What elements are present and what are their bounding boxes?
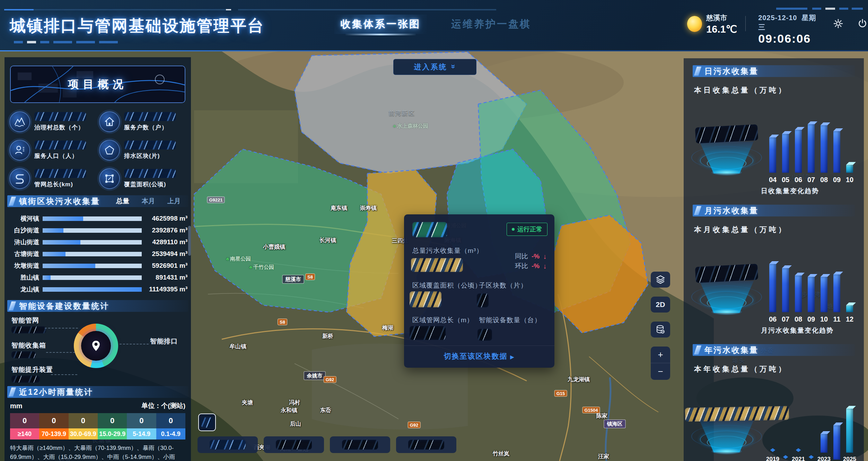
chart-column: 10: [818, 255, 830, 323]
chart-column: [831, 402, 843, 461]
enter-system-button[interactable]: 进入系统 »: [393, 59, 476, 75]
row-bar: [43, 216, 142, 221]
map-controls: 2D + −: [651, 272, 670, 380]
header-bottom-border: [0, 50, 868, 51]
rain-range: 15.0-29.9: [98, 428, 127, 439]
right-panel: 日污水收集量 本日收集总量（万吨） 04 05 06 07 08 09 10 日…: [684, 58, 864, 461]
monthly-bar-chart: 06 07 08 09 10 11 12: [763, 255, 858, 323]
sewage-section-header: 镇街区块污水收集量 总量 本月 上月: [7, 195, 188, 207]
pentagon-icon: [99, 140, 120, 161]
redacted-value: [34, 112, 86, 121]
pool-visualization: [690, 113, 763, 184]
switch-to-block-link[interactable]: 切换至该区块数据▶: [404, 351, 554, 361]
map-label-town: 汪家: [598, 453, 609, 460]
row-bar: [43, 287, 142, 292]
legend-thumbnails: [198, 436, 456, 453]
device-label: 智能收集箱: [11, 341, 46, 350]
map-label-city: 慈溪市: [282, 275, 304, 284]
legend-thumbnail-selected[interactable]: [198, 413, 216, 431]
tab-total[interactable]: 总量: [114, 196, 131, 206]
map-label-town: 牟山镇: [230, 343, 246, 350]
header-deco-dashes: [776, 8, 863, 10]
zoom-out-button[interactable]: −: [651, 363, 670, 380]
stat-villages: 治理村总数（个）: [9, 111, 96, 133]
redacted-region-title: [412, 222, 447, 237]
chart-column: 2019: [767, 395, 779, 461]
daily-content: 04 05 06 07 08 09 10: [690, 96, 858, 184]
tab-last-month[interactable]: 上月: [165, 196, 183, 206]
popup-devices-label: 智能设备数量（台）: [479, 316, 541, 325]
map-label-town: 新桥: [322, 333, 333, 340]
section-title: 智能设备建设数量统计: [19, 301, 109, 311]
map-mode-button[interactable]: 2D: [651, 297, 670, 313]
chart-column: 2025: [844, 395, 856, 461]
tab-maintenance[interactable]: 运维养护一盘棋: [445, 15, 537, 34]
map-label-town: 崇寿镇: [360, 205, 377, 212]
data-layers-button[interactable]: [651, 322, 670, 338]
stat-label: 治理村总数（个）: [34, 123, 86, 131]
popup-total-label: 总量污水收集量（m³）: [412, 246, 483, 255]
header: 城镇排口与管网基础设施管理平台 收集体系一张图 运维养护一盘棋 慈溪市 16.1…: [0, 0, 868, 51]
connector-line: [45, 328, 78, 328]
settings-button[interactable]: [833, 18, 844, 29]
chart-column: 07: [805, 116, 817, 184]
row-bar: [43, 228, 142, 233]
legend-thumbnail[interactable]: [330, 436, 390, 453]
basin-rim-glow: [711, 309, 742, 315]
yearly-subtitle: 本年收集总量（万吨）: [694, 364, 858, 374]
rainfall-counts: 0 0 0 0 0 0: [10, 413, 185, 428]
tree-icon: ♣: [249, 264, 252, 270]
redacted-thumbnail: [201, 417, 213, 428]
chart-column: 09: [805, 255, 817, 323]
layers-button[interactable]: [651, 272, 670, 288]
chart-column: 07: [780, 255, 791, 323]
near-zero-diamond: [783, 455, 788, 459]
rain-count: 0: [98, 413, 127, 428]
scrollbar-thumb[interactable]: [188, 226, 191, 256]
row-label: 龙山镇: [7, 285, 39, 293]
row-value: 2392876 m³: [145, 227, 187, 234]
rain-range: 0.1-4.9: [156, 428, 185, 439]
rain-range: ≥140: [10, 428, 39, 439]
table-row: 古塘街道 2539494 m³: [7, 248, 187, 260]
connector-line: [120, 344, 149, 344]
map-label-town: 小曹娥镇: [263, 244, 285, 251]
chart-column: 2023: [818, 395, 830, 461]
redacted-monthly-total: [695, 264, 758, 283]
devices-section-header: 智能设备建设数量统计: [7, 300, 188, 312]
tree-icon: ♣: [393, 123, 396, 129]
rain-count: 0: [156, 413, 185, 428]
map-label-area: 前湾新区: [389, 109, 415, 117]
tab-this-month[interactable]: 本月: [140, 196, 157, 206]
map-label-city: 余姚市: [304, 372, 326, 380]
rainfall-units: mm 单位：个(测站): [10, 401, 185, 410]
sun-icon: [687, 16, 702, 32]
map-label-town: 梅湖: [382, 324, 393, 332]
redacted-value: [124, 169, 176, 178]
tree-icon: ♣: [226, 256, 229, 262]
stat-households: 服务户数（户）: [99, 111, 186, 133]
main-tabs: 收集体系一张图 运维养护一盘棋: [334, 15, 537, 34]
rain-count: 0: [10, 413, 39, 428]
road-badge: G1504: [582, 407, 600, 413]
power-button[interactable]: [857, 18, 868, 29]
road-badge: S8: [305, 274, 315, 280]
page-title: 城镇排口与管网基础设施管理平台: [10, 15, 264, 37]
row-value: 4289110 m³: [145, 238, 187, 246]
legend-thumbnail[interactable]: [264, 436, 324, 453]
redacted-devices-value: [477, 329, 492, 341]
database-icon: [656, 325, 665, 334]
map-label-district: 镇海区: [604, 420, 626, 428]
row-label: 浒山街道: [7, 238, 39, 246]
table-row: 白沙街道 2392876 m³: [7, 224, 187, 236]
time-text: 09:06:06: [758, 32, 819, 45]
legend-thumbnail[interactable]: [396, 436, 456, 453]
table-row: 胜山镇 891431 m³: [7, 272, 187, 283]
redacted-thumbnail: [276, 440, 312, 450]
legend-thumbnail[interactable]: [198, 436, 258, 453]
tab-collection-map[interactable]: 收集体系一张图: [334, 15, 427, 34]
basin-rim-glow: [711, 169, 742, 176]
zoom-in-button[interactable]: +: [651, 347, 670, 363]
chart-column: 09: [831, 116, 843, 184]
redacted-value: [11, 351, 36, 358]
